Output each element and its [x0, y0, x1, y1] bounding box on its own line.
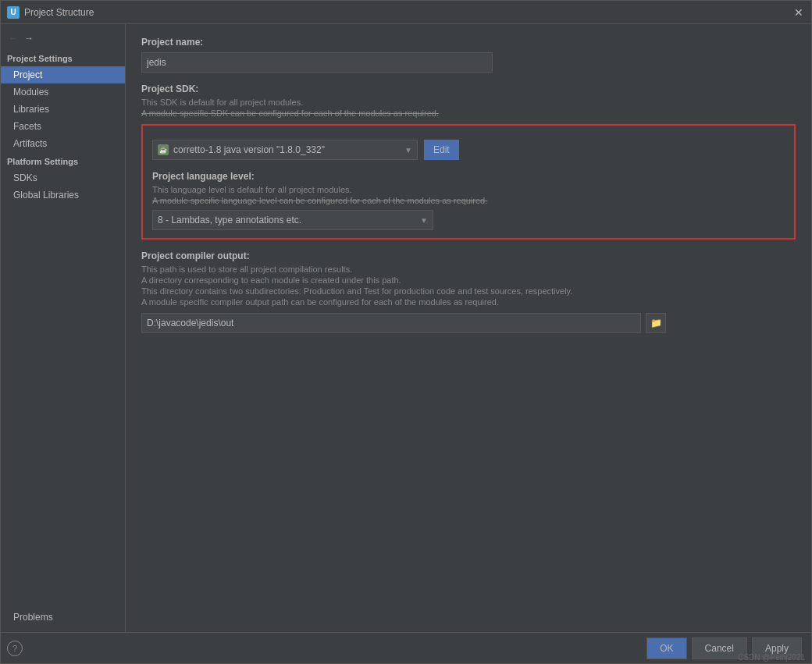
sdk-info-1: This SDK is default for all project modu…: [141, 98, 796, 107]
lang-dropdown-arrow: ▼: [420, 216, 428, 225]
forward-button[interactable]: →: [23, 32, 35, 44]
title-bar: U Project Structure ✕: [1, 1, 811, 24]
sdk-dropdown-arrow: ▼: [404, 146, 412, 154]
compiler-output-label: Project compiler output:: [141, 250, 796, 261]
sdk-dropdown[interactable]: ☕ corretto-1.8 java version "1.8.0_332" …: [152, 140, 418, 160]
project-structure-window: U Project Structure ✕ ← → Project Settin…: [0, 0, 812, 664]
lang-info-2: A module specific language level can be …: [152, 196, 785, 205]
ok-button[interactable]: OK: [646, 637, 686, 659]
compiler-info-4: A module specific compiler output path c…: [141, 297, 796, 307]
nav-row: ← →: [1, 30, 125, 49]
project-language-level-label: Project language level:: [152, 171, 785, 182]
sidebar-item-modules[interactable]: Modules: [1, 83, 125, 101]
lang-info-1: This language level is default for all p…: [152, 185, 785, 194]
project-settings-label: Project Settings: [1, 49, 125, 66]
help-button[interactable]: ?: [7, 641, 23, 656]
project-name-label: Project name:: [141, 37, 796, 48]
watermark: CSDN @Peihj2021: [738, 653, 805, 662]
sidebar-item-project[interactable]: Project: [1, 66, 125, 83]
sdk-value: corretto-1.8 java version "1.8.0_332": [173, 144, 325, 155]
sdk-row: ☕ corretto-1.8 java version "1.8.0_332" …: [152, 140, 785, 160]
platform-settings-label: Platform Settings: [1, 152, 125, 169]
language-level-dropdown[interactable]: 8 - Lambdas, type annotations etc. ▼: [152, 210, 433, 230]
footer: ? OK Cancel Apply CSDN @Peihj2021: [1, 632, 811, 663]
output-path-input[interactable]: [141, 313, 641, 333]
sidebar-item-artifacts[interactable]: Artifacts: [1, 135, 125, 152]
sdk-section-box: ☕ corretto-1.8 java version "1.8.0_332" …: [141, 124, 796, 240]
sdk-icon: ☕: [158, 144, 169, 155]
back-button[interactable]: ←: [7, 32, 20, 44]
sdk-info-2: A module specific SDK can be configured …: [141, 108, 796, 118]
project-sdk-label: Project SDK:: [141, 83, 796, 94]
lang-value: 8 - Lambdas, type annotations etc.: [158, 215, 301, 225]
main-panel: Project name: Project SDK: This SDK is d…: [126, 24, 811, 632]
compiler-info-1: This path is used to store all project c…: [141, 265, 796, 274]
help-button-container: ?: [7, 641, 23, 656]
sidebar-item-problems[interactable]: Problems: [1, 609, 125, 626]
close-button[interactable]: ✕: [792, 6, 805, 19]
output-path-row: 📁: [141, 313, 796, 333]
sidebar-item-sdks[interactable]: SDKs: [1, 169, 125, 186]
project-name-input[interactable]: [141, 52, 493, 73]
compiler-info-2: A directory corresponding to each module…: [141, 275, 796, 285]
app-icon: U: [7, 6, 20, 19]
window-title: Project Structure: [24, 7, 792, 18]
edit-sdk-button[interactable]: Edit: [424, 140, 459, 160]
sidebar-item-facets[interactable]: Facets: [1, 118, 125, 135]
main-content: ← → Project Settings Project Modules Lib…: [1, 24, 811, 632]
folder-icon: 📁: [650, 318, 662, 328]
compiler-info-3: This directory contains two subdirectori…: [141, 286, 796, 296]
sidebar-item-global-libraries[interactable]: Global Libraries: [1, 186, 125, 204]
sidebar: ← → Project Settings Project Modules Lib…: [1, 24, 126, 632]
sidebar-item-libraries[interactable]: Libraries: [1, 101, 125, 118]
browse-folder-button[interactable]: 📁: [646, 313, 666, 333]
